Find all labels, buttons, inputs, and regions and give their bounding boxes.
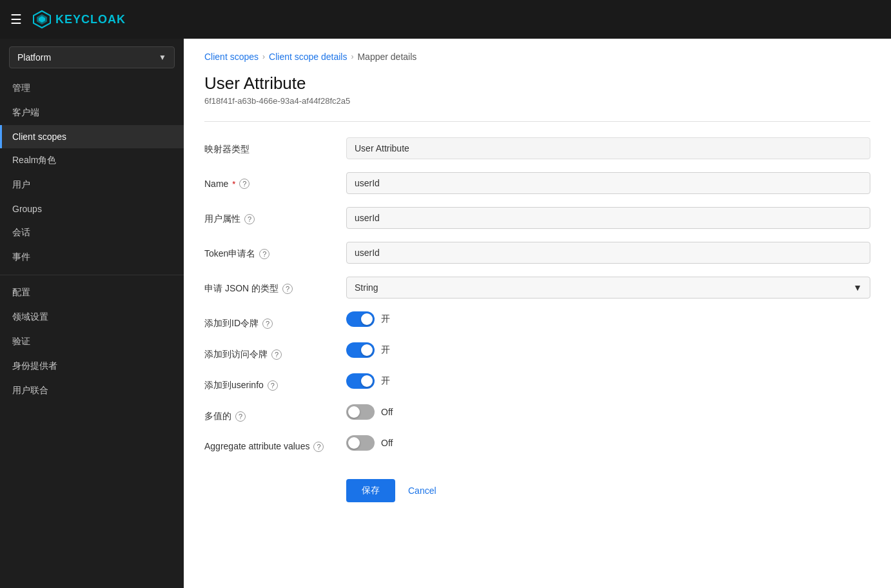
sidebar-item-会话[interactable]: 会话 xyxy=(0,220,184,245)
sidebar-item-事件[interactable]: 事件 xyxy=(0,245,184,270)
sidebar-item-label: 配置 xyxy=(12,287,30,299)
sidebar-item-label: 身份提供者 xyxy=(12,360,57,372)
user-attr-help-icon[interactable]: ? xyxy=(244,214,255,224)
aggregate-thumb xyxy=(348,437,360,449)
sidebar-item-验证[interactable]: 验证 xyxy=(0,329,184,354)
title-divider xyxy=(204,121,870,122)
name-row: Name * ? xyxy=(204,172,870,194)
add-id-token-toggle[interactable] xyxy=(346,311,375,327)
sidebar-item-配置[interactable]: 配置 xyxy=(0,280,184,305)
sidebar-item-领域设置[interactable]: 领域设置 xyxy=(0,305,184,329)
multivalued-label: 多值的 ? xyxy=(204,404,333,422)
breadcrumb-scope-details[interactable]: Client scope details xyxy=(269,52,347,62)
user-attr-label: 用户属性 ? xyxy=(204,207,333,225)
aggregate-label: Aggregate attribute values ? xyxy=(204,435,333,453)
page-subtitle: 6f18f41f-a63b-466e-93a4-af44f28fc2a5 xyxy=(204,96,870,106)
chevron-down-icon: ▼ xyxy=(159,53,166,62)
user-attr-value[interactable] xyxy=(346,207,870,229)
json-type-label: 申请 JSON 的类型 ? xyxy=(204,277,333,295)
sidebar-item-client-scopes[interactable]: Client scopes xyxy=(0,125,184,148)
sidebar-item-label: 会话 xyxy=(12,227,30,239)
add-userinfo-value: 开 xyxy=(346,373,870,389)
add-access-token-label: 添加到访问令牌 ? xyxy=(204,342,333,360)
multivalued-help-icon[interactable]: ? xyxy=(235,411,246,422)
multivalued-toggle[interactable] xyxy=(346,404,375,420)
sidebar-item-label: 领域设置 xyxy=(12,311,48,323)
mapper-type-row: 映射器类型 User Attribute xyxy=(204,137,870,159)
aggregate-value: Off xyxy=(346,435,870,451)
add-access-token-toggle[interactable] xyxy=(346,342,375,358)
name-input[interactable] xyxy=(346,172,870,194)
sidebar-item-label: 用户联合 xyxy=(12,385,48,397)
name-value[interactable] xyxy=(346,172,870,194)
sidebar-item-客户端[interactable]: 客户端 xyxy=(0,101,184,125)
sidebar-divider xyxy=(0,275,184,275)
add-access-token-value: 开 xyxy=(346,342,870,358)
sidebar-item-label: 用户 xyxy=(12,179,30,191)
cancel-button[interactable]: Cancel xyxy=(406,480,439,502)
sidebar-item-realm-role[interactable]: Realm角色 xyxy=(0,148,184,173)
sidebar: Platform ▼ 管理 客户端 Client scopes Realm角色 … xyxy=(0,39,184,588)
save-button[interactable]: 保存 xyxy=(346,479,395,502)
keycloak-logo-icon xyxy=(32,10,52,29)
aggregate-help-icon[interactable]: ? xyxy=(313,442,324,452)
breadcrumb-client-scopes[interactable]: Client scopes xyxy=(204,52,259,62)
sidebar-item-身份提供者[interactable]: 身份提供者 xyxy=(0,354,184,378)
user-attr-row: 用户属性 ? xyxy=(204,207,870,229)
page-title: User Attribute xyxy=(204,74,870,93)
aggregate-state-text: Off xyxy=(381,438,393,448)
add-userinfo-row: 添加到userinfo ? 开 xyxy=(204,373,870,391)
sidebar-item-label: 验证 xyxy=(12,336,30,348)
sidebar-item-用户[interactable]: 用户 xyxy=(0,173,184,197)
logo-text: KEYCLOAK xyxy=(55,13,126,26)
aggregate-toggle[interactable] xyxy=(346,435,375,451)
sidebar-item-用户联合[interactable]: 用户联合 xyxy=(0,378,184,403)
json-type-help-icon[interactable]: ? xyxy=(282,284,293,294)
json-type-select[interactable]: String ▼ xyxy=(346,277,870,299)
token-claim-input[interactable] xyxy=(346,242,870,264)
sidebar-item-label: Realm角色 xyxy=(12,155,56,166)
sidebar-item-label: 管理 xyxy=(12,83,30,94)
add-access-token-help-icon[interactable]: ? xyxy=(271,349,282,360)
user-attr-input[interactable] xyxy=(346,207,870,229)
multivalued-thumb xyxy=(348,406,360,418)
add-userinfo-state-text: 开 xyxy=(381,375,390,387)
add-id-token-state-text: 开 xyxy=(381,313,390,325)
add-id-token-thumb xyxy=(361,313,373,325)
sidebar-item-label: 客户端 xyxy=(12,107,39,119)
mapper-type-value: User Attribute xyxy=(346,137,870,159)
mapper-type-label: 映射器类型 xyxy=(204,137,333,155)
multivalued-row: 多值的 ? Off xyxy=(204,404,870,422)
add-userinfo-toggle[interactable] xyxy=(346,373,375,389)
name-help-icon[interactable]: ? xyxy=(239,179,250,189)
hamburger-icon[interactable]: ☰ xyxy=(10,12,22,27)
topnav: ☰ KEYCLOAK xyxy=(0,0,891,39)
multivalued-state-text: Off xyxy=(381,407,393,417)
add-id-token-value: 开 xyxy=(346,311,870,327)
json-type-row: 申请 JSON 的类型 ? String ▼ xyxy=(204,277,870,299)
sidebar-item-label: Client scopes xyxy=(12,132,66,142)
realm-selector[interactable]: Platform ▼ xyxy=(9,46,175,68)
logo: KEYCLOAK xyxy=(32,10,126,29)
token-claim-row: Token申请名 ? xyxy=(204,242,870,264)
main-content: Client scopes › Client scope details › M… xyxy=(184,39,891,588)
sidebar-item-管理[interactable]: 管理 xyxy=(0,76,184,101)
add-id-token-help-icon[interactable]: ? xyxy=(262,318,273,329)
add-access-token-state-text: 开 xyxy=(381,344,390,356)
token-claim-label: Token申请名 ? xyxy=(204,242,333,260)
token-claim-value[interactable] xyxy=(346,242,870,264)
add-access-token-thumb xyxy=(361,344,373,356)
json-type-value[interactable]: String ▼ xyxy=(346,277,870,299)
breadcrumb-sep-1: › xyxy=(262,52,265,61)
add-userinfo-label: 添加到userinfo ? xyxy=(204,373,333,391)
token-claim-help-icon[interactable]: ? xyxy=(259,249,269,259)
breadcrumb-current: Mapper details xyxy=(357,52,416,62)
add-id-token-row: 添加到ID令牌 ? 开 xyxy=(204,311,870,329)
sidebar-item-label: Groups xyxy=(12,204,42,214)
sidebar-item-groups[interactable]: Groups xyxy=(0,197,184,220)
button-row: 保存 Cancel xyxy=(204,479,870,502)
add-userinfo-help-icon[interactable]: ? xyxy=(268,380,278,391)
name-required: * xyxy=(232,179,235,189)
add-access-token-row: 添加到访问令牌 ? 开 xyxy=(204,342,870,360)
json-type-chevron-icon: ▼ xyxy=(853,282,862,293)
